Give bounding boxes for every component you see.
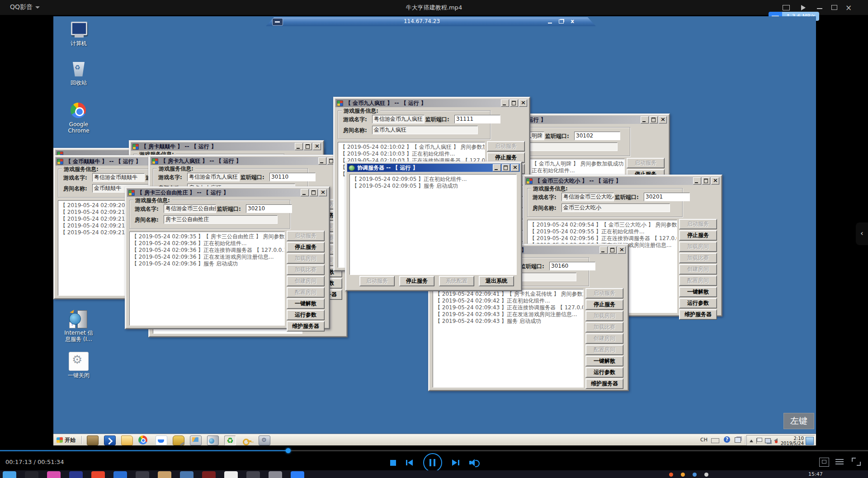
recycle-run-icon[interactable] — [224, 435, 236, 445]
minimize-button[interactable] — [641, 116, 649, 123]
baidu-netdisk-icon[interactable] — [156, 435, 167, 445]
close-button[interactable] — [618, 246, 626, 254]
minimize-button[interactable] — [493, 164, 501, 171]
game-name-field[interactable]: 粤信游金币九人疯狂 — [187, 173, 240, 181]
button-停止服务[interactable]: 停止服务 — [585, 299, 623, 310]
chrome-icon[interactable] — [138, 435, 147, 445]
tray-expand-icon[interactable] — [750, 440, 753, 442]
language-indicator[interactable]: CH — [700, 437, 708, 443]
taskbar-app-icon[interactable] — [180, 471, 193, 478]
tray-icon[interactable] — [693, 473, 697, 477]
desktop-icon-iis[interactable]: Internet 信 息服务 (I... — [57, 310, 100, 342]
fullscreen-icon[interactable] — [852, 458, 861, 466]
button-一键解散[interactable]: 一键解散 — [679, 287, 717, 297]
next-button[interactable] — [452, 459, 459, 466]
os-clock[interactable]: 15:47 — [808, 471, 823, 477]
taskbar-app-icon[interactable] — [113, 471, 127, 478]
minimize-button[interactable] — [295, 143, 303, 150]
playlist-tab[interactable]: ‹ — [856, 222, 868, 245]
listen-port-field[interactable]: 31111 — [454, 115, 500, 123]
start-button[interactable]: 开始 — [55, 435, 79, 445]
close-button[interactable] — [519, 99, 527, 107]
game-name-field[interactable]: 粤信游金币三公自由抢庄 — [164, 204, 216, 213]
button-停止服务[interactable]: 停止服务 — [679, 230, 717, 241]
button-一键解散[interactable]: 一键解散 — [585, 356, 623, 366]
taskbar-app-icon[interactable] — [47, 471, 61, 478]
network-icon[interactable] — [765, 438, 771, 443]
settings-icon[interactable] — [835, 458, 844, 466]
button-运行参数[interactable]: 运行参数 — [679, 298, 717, 308]
button-维护服务器[interactable]: 维护服务器 — [287, 321, 325, 331]
maximize-button[interactable] — [829, 4, 839, 11]
maximize-button[interactable] — [702, 177, 710, 185]
button-一键解散[interactable]: 一键解散 — [287, 298, 325, 309]
pause-button[interactable] — [423, 453, 442, 472]
screenshot-icon[interactable] — [819, 458, 829, 467]
close-button[interactable] — [319, 189, 327, 196]
taskbar-app-icon[interactable] — [3, 471, 16, 478]
room-name-field[interactable]: 金币三公大吃小 — [561, 204, 670, 212]
iis-manager-icon[interactable] — [207, 435, 219, 445]
explorer-icon[interactable] — [121, 435, 133, 445]
mini-mode-icon[interactable] — [781, 4, 791, 11]
button-停止服务[interactable]: 停止服务 — [287, 242, 325, 252]
close-button[interactable] — [711, 177, 719, 185]
taskbar-app-icon[interactable] — [224, 471, 238, 478]
listen-port-field[interactable]: 30160 — [549, 262, 595, 270]
game-name-field[interactable]: 粤信游金币九人疯狂 — [372, 115, 425, 123]
desktop-icon-computer[interactable]: 计算机 — [57, 21, 100, 47]
rdp-close-button[interactable]: x — [568, 19, 577, 25]
server-manager-icon[interactable] — [87, 435, 99, 445]
close-button[interactable] — [511, 164, 519, 171]
listen-port-field[interactable]: 30210 — [246, 204, 292, 213]
log-output[interactable]: 【 2019-05-24 02:09:05 】正在初始化组件...【 2019-… — [349, 174, 517, 275]
close-button[interactable] — [659, 116, 667, 123]
maximize-button[interactable] — [502, 164, 510, 171]
desktop-icon-recycle-bin[interactable]: 回收站 — [57, 60, 100, 86]
previous-button[interactable] — [406, 459, 413, 466]
maximize-button[interactable] — [609, 246, 617, 254]
taskbar-app-icon[interactable] — [202, 471, 216, 478]
maximize-button[interactable] — [310, 189, 318, 196]
taskbar-app-icon[interactable] — [91, 471, 105, 478]
keyboard-icon[interactable] — [711, 438, 719, 443]
close-button[interactable]: × — [844, 4, 854, 11]
powershell-icon[interactable] — [104, 435, 116, 445]
tray-icon[interactable] — [669, 473, 673, 477]
taskbar-app-icon[interactable] — [269, 471, 282, 478]
maximize-button[interactable] — [510, 99, 518, 107]
db-tools-icon[interactable] — [173, 435, 184, 445]
listen-port-field[interactable]: 30102 — [574, 132, 620, 140]
room-name-field[interactable]: 房卡三公自由抢庄 — [164, 215, 278, 224]
show-desktop-icon[interactable] — [806, 437, 814, 445]
muted-speaker-icon[interactable] — [774, 438, 778, 443]
desktop-icon-chrome[interactable]: Google Chrome — [57, 102, 100, 134]
key-icon[interactable] — [241, 435, 252, 445]
help-icon[interactable]: ? — [724, 436, 730, 443]
game-name-field[interactable]: 粤信游金币三公大吃小 — [561, 193, 614, 201]
minimize-button[interactable] — [693, 177, 701, 185]
rdp-minimize-button[interactable] — [545, 19, 554, 25]
button-退出系统[interactable]: 退出系统 — [479, 276, 514, 286]
button-运行参数[interactable]: 运行参数 — [287, 310, 325, 320]
sys-config-icon[interactable] — [259, 435, 270, 445]
maximize-button[interactable] — [650, 116, 658, 123]
minimize-button[interactable] — [318, 157, 326, 165]
seek-bar[interactable] — [0, 450, 868, 451]
listen-port-field[interactable]: 30110 — [269, 173, 316, 181]
taskbar-app-icon[interactable] — [246, 471, 260, 478]
minimize-button[interactable] — [599, 246, 608, 254]
minimize-button[interactable] — [501, 99, 509, 107]
action-center-icon[interactable] — [757, 438, 762, 442]
taskbar-app-icon[interactable] — [69, 471, 83, 478]
button-维护服务器[interactable]: 维护服务器 — [585, 379, 623, 389]
room-name-field[interactable]: 金币九人疯狂 — [372, 126, 478, 134]
button-运行参数[interactable]: 运行参数 — [585, 367, 623, 378]
log-output[interactable]: 【 2019-05-24 02:09:41 】【 房卡扎金花传统 】 房间参数加… — [433, 289, 584, 388]
minimize-button[interactable] — [301, 189, 309, 196]
tray-icon[interactable] — [681, 473, 685, 477]
button-停止服务[interactable]: 停止服务 — [399, 276, 434, 286]
rdp-clock[interactable]: 2:10 2019/5/24 — [781, 436, 804, 445]
window-stack-icon[interactable] — [735, 437, 741, 443]
log-output[interactable]: 【 2019-05-24 02:09:35 】【 房卡三公自由抢庄 】 房间参数… — [129, 232, 285, 326]
